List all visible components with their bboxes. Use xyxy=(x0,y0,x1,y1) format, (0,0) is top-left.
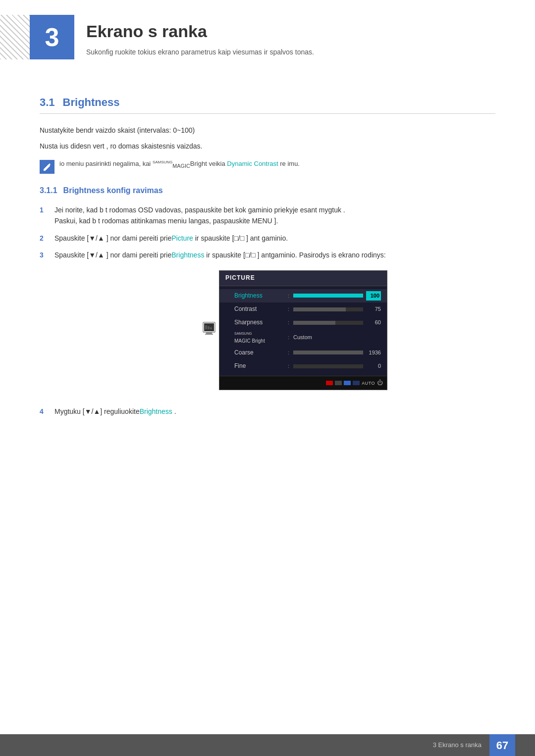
chapter-header: 3 Ekrano s ranka Sukonfig ruokite tokius… xyxy=(0,0,535,69)
osd-bar-bg-coarse xyxy=(293,351,363,354)
step-3-post: ir spauskite [□/□ ] antgaminio. Pasirody… xyxy=(204,251,385,259)
note-text: io meniu pasirinkti negalima, kai SAMSUN… xyxy=(59,159,300,170)
samsung-sup: SAMSUNG xyxy=(153,159,172,164)
note-box: io meniu pasirinkti negalima, kai SAMSUN… xyxy=(40,159,495,174)
osd-value-fine: 0 xyxy=(366,362,381,371)
chapter-title: Ekrano s ranka xyxy=(86,19,314,44)
osd-btn-right xyxy=(353,381,360,385)
osd-btn-plus xyxy=(344,381,351,385)
osd-bar-bg-brightness xyxy=(293,294,363,298)
note-bright: Bright xyxy=(190,160,207,167)
osd-btn-left xyxy=(326,381,333,385)
osd-value-magic-bright: Custom xyxy=(293,333,312,342)
page-footer: 3 Ekrano s ranka 67 xyxy=(0,734,535,756)
magic-sub: MAGIC xyxy=(172,162,190,168)
step-2-picture: Picture xyxy=(171,234,193,242)
osd-bar-sharpness: 60 xyxy=(293,318,381,327)
osd-label-coarse: Coarse xyxy=(234,348,284,357)
osd-bar-fine: 0 xyxy=(293,362,381,371)
step-1-content: Jei norite, kad b t rodomas OSD vadovas,… xyxy=(54,204,495,227)
note-body: io meniu pasirinkti negalima, kai xyxy=(59,160,151,167)
chapter-number-box: 3 xyxy=(30,15,74,59)
osd-label-magic-bright: SAMSUNGMAGIC Bright xyxy=(234,332,284,344)
step-2-pre: Spauskite [▼/▲ ] nor dami pereiti prie xyxy=(54,234,171,242)
osd-bar-coarse: 1936 xyxy=(293,349,381,357)
step-3: 3 Spauskite [▼/▲ ] nor dami pereiti prie… xyxy=(40,250,495,400)
svg-rect-5 xyxy=(208,326,210,329)
osd-value-contrast: 75 xyxy=(366,305,381,314)
note-end: re imu. xyxy=(280,160,300,167)
osd-row-brightness: Brightness : 100 xyxy=(219,289,387,303)
osd-label-fine: Fine xyxy=(234,361,284,371)
steps-list: 1 Jei norite, kad b t rodomas OSD vadova… xyxy=(40,204,495,417)
step-2: 2 Spauskite [▼/▲ ] nor dami pereiti prie… xyxy=(40,233,495,244)
step-4-brightness: Brightness xyxy=(140,407,172,415)
osd-bar-bg-fine xyxy=(293,364,363,368)
osd-btn-auto: AUTO xyxy=(362,380,375,387)
osd-value-coarse: 1936 xyxy=(366,349,381,357)
osd-value-brightness: 100 xyxy=(366,291,381,301)
dynamic-contrast: Dynamic Contrast xyxy=(227,160,278,167)
footer-chapter-label: 3 Ekrano s ranka xyxy=(433,740,482,750)
intro-text-1: Nustatykite bendr vaizdo skaist (interva… xyxy=(40,125,495,136)
step-2-content: Spauskite [▼/▲ ] nor dami pereiti priePi… xyxy=(54,233,495,244)
section-title: Brightness xyxy=(63,94,120,110)
osd-screenshot: PICTURE Brightness : xyxy=(94,270,495,390)
intro-text-2: Nusta ius didesn vert , ro domas skaiste… xyxy=(40,141,495,151)
chapter-subtitle: Sukonfig ruokite tokius ekrano parametru… xyxy=(86,47,314,57)
step-3-number: 3 xyxy=(40,250,48,400)
osd-label-sharpness: Sharpness xyxy=(234,318,284,327)
osd-menu: PICTURE Brightness : xyxy=(219,270,387,390)
step-1: 1 Jei norite, kad b t rodomas OSD vadova… xyxy=(40,204,495,227)
osd-body: Brightness : 100 xyxy=(219,286,387,376)
osd-row-fine: Fine : 0 xyxy=(219,359,387,373)
chapter-title-block: Ekrano s ranka Sukonfig ruokite tokius e… xyxy=(86,15,314,57)
osd-btn-power: ⏻ xyxy=(377,378,383,388)
note-action: veikia xyxy=(209,160,225,167)
step-2-number: 2 xyxy=(40,233,48,244)
step-3-brightness: Brightness xyxy=(171,251,204,259)
chapter-number: 3 xyxy=(45,18,59,56)
osd-bar-brightness: 100 xyxy=(293,291,381,301)
osd-label-contrast: Contrast xyxy=(234,304,284,314)
subsection-title: Brightness konfig ravimas xyxy=(63,185,163,197)
step-4-number: 4 xyxy=(40,406,48,417)
pencil-icon xyxy=(40,160,54,174)
step-2-post: ir spauskite [□/□ ] ant gaminio. xyxy=(193,234,288,242)
osd-footer: AUTO ⏻ xyxy=(219,376,387,390)
osd-bar-contrast: 75 xyxy=(293,305,381,314)
osd-row-contrast: Contrast : 75 xyxy=(219,302,387,316)
step-4-content: Mygtuku [▼/▲] reguliuokiteBrightness . xyxy=(54,406,495,417)
osd-bar-fill-sharpness xyxy=(293,321,335,325)
osd-bar-bg-sharpness xyxy=(293,321,363,325)
step-3-pre: Spauskite [▼/▲ ] nor dami pereiti prie xyxy=(54,251,171,259)
main-content: 3.1 Brightness Nustatykite bendr vaizdo … xyxy=(0,69,535,463)
footer-page-number: 67 xyxy=(489,734,515,756)
osd-label-brightness: Brightness xyxy=(234,291,284,301)
step-4: 4 Mygtuku [▼/▲] reguliuokiteBrightness . xyxy=(40,406,495,417)
svg-rect-6 xyxy=(210,327,212,329)
osd-row-magic-bright: SAMSUNGMAGIC Bright : Custom xyxy=(219,330,387,346)
osd-header: PICTURE xyxy=(219,271,387,286)
section-number: 3.1 xyxy=(40,94,55,110)
section-heading: 3.1 Brightness xyxy=(40,94,495,114)
osd-bar-fill-brightness xyxy=(293,294,363,298)
step-1-text1: Jei norite, kad b t rodomas OSD vadovas,… xyxy=(54,206,345,214)
step-1-text2: Paskui, kad b t rodomas atitinkamas meni… xyxy=(54,217,278,225)
subsection-number: 3.1.1 xyxy=(40,185,57,197)
step-3-content: Spauskite [▼/▲ ] nor dami pereiti prieBr… xyxy=(54,250,495,400)
osd-bar-fill-contrast xyxy=(293,307,346,311)
svg-rect-3 xyxy=(205,334,213,335)
step-4-pre: Mygtuku [▼/▲] reguliuokite xyxy=(54,407,140,415)
monitor-icon xyxy=(202,270,216,390)
subsection-heading: 3.1.1 Brightness konfig ravimas xyxy=(40,185,495,197)
osd-bar-bg-contrast xyxy=(293,307,363,311)
osd-row-sharpness: Sharpness : 60 xyxy=(219,316,387,329)
svg-rect-2 xyxy=(206,332,212,334)
osd-row-coarse: Coarse : 1936 xyxy=(219,346,387,359)
svg-rect-4 xyxy=(205,325,207,329)
osd-value-sharpness: 60 xyxy=(366,318,381,327)
step-4-end: . xyxy=(172,407,176,415)
osd-btn-minus xyxy=(335,381,342,385)
step-1-number: 1 xyxy=(40,204,48,227)
